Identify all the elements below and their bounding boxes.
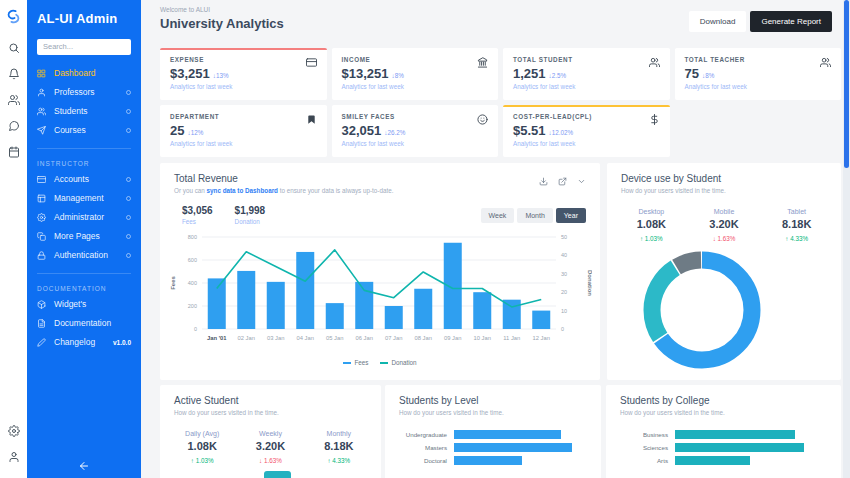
sidebar-item-management[interactable]: Management [27, 189, 141, 208]
sync-data-link[interactable]: sync data to Dashboard [207, 187, 278, 194]
sidebar-item-label: Courses [54, 125, 86, 135]
professor-icon [37, 88, 46, 97]
sidebar-item-professors[interactable]: Professors [27, 83, 141, 102]
sidebar-item-label: Changelog [54, 337, 95, 347]
generate-report-button[interactable]: Generate Report [750, 11, 832, 32]
chevron-down-icon[interactable] [577, 177, 586, 186]
svg-text:40: 40 [561, 252, 567, 258]
device-stats: Desktop 1.08K ↑ 1.03% Mobile 3.20K ↓ 1.6… [607, 194, 841, 242]
sidebar-item-widgets[interactable]: Widget's [27, 295, 141, 314]
users-icon[interactable] [8, 94, 20, 106]
icon-rail [0, 0, 27, 478]
stat-label: TOTAL STUDENT [513, 56, 660, 63]
sidebar-item-changelog[interactable]: Changelog v1.0.0 [27, 333, 141, 352]
svg-text:04 Jan: 04 Jan [297, 335, 314, 341]
bar [454, 456, 585, 465]
sidebar-item-label: Authentication [54, 250, 108, 260]
stat-delta: ↓26.2% [384, 129, 405, 136]
card-subtitle: How do your users visited in the time. [607, 184, 841, 194]
range-year-button[interactable]: Year [556, 208, 586, 223]
svg-text:09 Jan: 09 Jan [444, 335, 461, 341]
sidebar-item-dashboard[interactable]: Dashboard [27, 64, 141, 83]
svg-text:600: 600 [188, 257, 197, 263]
svg-text:50: 50 [561, 234, 567, 240]
svg-text:400: 400 [188, 280, 197, 286]
card-subtitle: Or you can sync data to Dashboard to ens… [160, 184, 600, 194]
scrollbar-thumb[interactable] [844, 0, 849, 168]
sidebar-item-documentation[interactable]: Documentation [27, 314, 141, 333]
sidebar-item-more-pages[interactable]: More Pages [27, 227, 141, 246]
download-icon[interactable] [539, 177, 548, 186]
submenu-indicator-icon [126, 215, 131, 220]
stat-value: 1.08K [615, 218, 688, 230]
notifications-bell-icon[interactable] [8, 68, 20, 80]
svg-text:20: 20 [561, 289, 567, 295]
svg-text:02 Jan: 02 Jan [238, 335, 255, 341]
chat-icon[interactable] [8, 120, 20, 132]
svg-text:Donation: Donation [587, 270, 592, 296]
sidebar-item-administrator[interactable]: Administrator [27, 208, 141, 227]
users-icon [820, 57, 831, 68]
range-week-button[interactable]: Week [481, 208, 515, 223]
svg-text:0: 0 [561, 326, 564, 332]
colleges-bar-chart: BusinessSciencesArts [606, 416, 841, 465]
stat-value: 25↓12% [170, 123, 317, 138]
stat-label: Weekly [236, 430, 304, 437]
sidebar-item-courses[interactable]: Courses [27, 121, 141, 140]
search-icon[interactable] [8, 42, 20, 54]
calendar-icon[interactable] [8, 146, 20, 158]
legend-item: Fees [343, 359, 368, 366]
stat-label: DEPARTMENT [170, 113, 317, 120]
sidebar-search-input[interactable] [37, 39, 131, 55]
bar [454, 430, 585, 439]
stat-value: 32,051↓26.2% [342, 123, 489, 138]
card-title: Total Revenue [160, 163, 600, 184]
students-by-college-card: Students by College How do your users vi… [606, 385, 841, 478]
bookmark-icon [306, 114, 317, 125]
range-month-button[interactable]: Month [517, 208, 552, 223]
sidebar-item-label: Accounts [54, 174, 89, 184]
svg-text:10: 10 [561, 308, 567, 314]
user-profile-icon[interactable] [8, 451, 20, 463]
stat-label: INCOME [342, 56, 489, 63]
external-link-icon[interactable] [558, 177, 567, 186]
up-arrow-icon: ↑ [327, 457, 330, 464]
stat-note: Analytics for last week [170, 140, 317, 147]
stat-card-department: DEPARTMENT 25↓12% Analytics for last wee… [160, 105, 327, 157]
submenu-indicator-icon [126, 196, 131, 201]
stat-delta: ↑ 4.33% [305, 457, 373, 464]
stat-label: Tablet [760, 208, 833, 215]
svg-text:08 Jan: 08 Jan [415, 335, 432, 341]
bar-category-label: Business [606, 431, 668, 438]
stat-note: Analytics for last week [685, 83, 832, 90]
settings-gear-icon[interactable] [8, 425, 20, 437]
stat-card-income: INCOME $13,251↓8% Analytics for last wee… [332, 48, 499, 100]
bar [675, 443, 825, 452]
legend-item: Donation [380, 359, 416, 366]
stat-card-total-teacher: TOTAL TEACHER 75↓8% Analytics for last w… [675, 48, 842, 100]
page-title: University Analytics [160, 16, 284, 31]
bar-row: Undergraduate [385, 430, 585, 439]
submenu-indicator-icon [126, 234, 131, 239]
page-scrollbar[interactable] [843, 0, 850, 478]
range-toggle: Week Month Year [481, 208, 586, 223]
fees-total: $3,056 [182, 205, 213, 216]
stat-delta: ↓8% [392, 72, 404, 79]
stat-delta: ↓8% [702, 72, 714, 79]
revenue-stats: $3,056 Fees $1,998 Donation Week Month Y… [160, 194, 600, 225]
card-title: Active Student [160, 385, 381, 406]
divider [37, 273, 131, 274]
changelog-pen-icon [37, 338, 46, 347]
sidebar-collapse-arrow-icon[interactable] [78, 460, 90, 472]
welcome-text: Welcome to ALUI [160, 6, 284, 13]
stat-delta: ↓12% [187, 129, 203, 136]
sidebar-item-students[interactable]: Students [27, 102, 141, 121]
svg-text:Fees: Fees [170, 276, 176, 290]
stat-delta: ↑ 1.03% [168, 457, 236, 464]
download-button[interactable]: Download [689, 11, 747, 32]
sidebar-item-accounts[interactable]: Accounts [27, 170, 141, 189]
sidebar-item-authentication[interactable]: Authentication [27, 246, 141, 265]
submenu-indicator-icon [126, 128, 131, 133]
alui-logo-icon[interactable] [5, 8, 22, 25]
students-by-level-card: Students by Level How do your users visi… [385, 385, 601, 478]
